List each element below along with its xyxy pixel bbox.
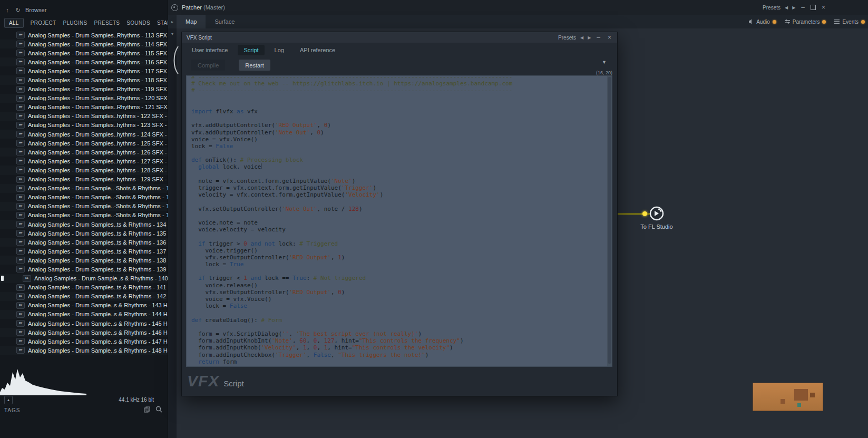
chevron-right-icon[interactable]: ▸ (168, 20, 177, 24)
vfx-minimize-button[interactable]: – (595, 34, 602, 41)
code-scrollbar[interactable] (607, 76, 612, 366)
refresh-icon[interactable]: ↻ (15, 7, 21, 14)
scrollbar-thumb[interactable] (608, 77, 611, 364)
browser-list-item[interactable]: ▶▶Analog Samples - Drum Samples..ts & Rh… (0, 292, 168, 301)
tab-map[interactable]: Map (177, 15, 206, 28)
browser-list-item[interactable]: ▶▶Analog Samples - Drum Sample..s & Rhyt… (0, 319, 168, 328)
preset-prev-icon[interactable]: ◀ (785, 5, 788, 10)
presets-label: Presets (763, 5, 781, 11)
sample-clip-icon: ▶▶ (23, 275, 31, 282)
browser-list-item[interactable]: ▶▶Analog Samples - Drum Samples..ts & Rh… (0, 220, 168, 229)
browser-list-item[interactable]: ▶▶Analog Samples - Drum Sample..s & Rhyt… (0, 337, 168, 346)
patcher-titlebar[interactable]: Patcher (Master) Presets ◀ ▶ – × (168, 0, 868, 15)
browser-list-item[interactable]: ▶▶Analog Samples - Drum Samples..Rhythms… (0, 40, 168, 48)
close-button[interactable]: × (820, 4, 827, 11)
browser-list-item[interactable]: ▶▶Analog Samples - Drum Sample..s & Rhyt… (0, 328, 168, 337)
browser-list-item[interactable]: ▶▶Analog Samples - Drum Samples..ts & Rh… (0, 265, 168, 274)
browser-tab-presets[interactable]: PRESETS (94, 20, 120, 26)
wire-connector-dot[interactable] (642, 211, 647, 216)
sample-clip-icon: ▶▶ (16, 221, 25, 228)
to-fl-studio-node[interactable] (649, 206, 665, 221)
browser-list-item[interactable]: ▶▶Analog Samples - Drum Samples..ts & Rh… (0, 256, 168, 265)
code-line (191, 324, 612, 330)
browser-list-item[interactable]: ▶▶Analog Samples - Drum Samples..Rhythms… (0, 94, 168, 103)
browser-list-item[interactable]: ▶▶Analog Samples - Drum Samples..hythms … (0, 175, 168, 184)
plugin-thumbnail[interactable] (753, 383, 823, 411)
browser-list-item[interactable]: ▶▶Analog Samples - Drum Samples..hythms … (0, 139, 168, 148)
autoplay-icon[interactable]: ▴ (4, 396, 13, 404)
patcher-left-rail: ▾ (168, 28, 177, 438)
browser-list-item[interactable]: ▶▶Analog Samples - Drum Sample..-Shots &… (0, 184, 168, 193)
vfx-preset-next-icon[interactable]: ▶ (588, 35, 591, 40)
browser-list-item[interactable]: ▶▶Analog Samples - Drum Samples..hythms … (0, 166, 168, 174)
patcher-canvas[interactable]: ▾ To FL Studio VFX Script Presets ◀ ▶ – … (168, 28, 868, 438)
code-line: def createDialog(): # Form (191, 317, 612, 324)
vfx-close-button[interactable]: × (606, 34, 613, 41)
code-line: return form (191, 358, 612, 365)
browser-list-item[interactable]: ▶▶Analog Samples - Drum Samples..hythms … (0, 121, 168, 130)
browser-item-label: Analog Samples - Drum Samples..ts & Rhyt… (28, 293, 168, 299)
code-line (191, 101, 612, 108)
vfx-preset-prev-icon[interactable]: ◀ (580, 35, 583, 40)
tab-surface[interactable]: Surface (206, 15, 243, 28)
browser-tab-project[interactable]: PROJECT (31, 20, 56, 26)
minimize-button[interactable]: – (799, 4, 806, 11)
events-toggle[interactable]: Events (834, 19, 865, 25)
browser-list-item[interactable]: ▶▶Analog Samples - Drum Samples..ts & Rh… (0, 247, 168, 256)
tags-label: TAGS (4, 407, 20, 413)
browser-list-item[interactable]: ▶▶Analog Samples - Drum Samples..Rhythms… (0, 66, 168, 75)
browser-list-item[interactable]: ▶▶Analog Samples - Drum Sample..s & Rhyt… (0, 274, 168, 283)
browser-list-item[interactable]: ▶▶Analog Samples - Drum Sample..s & Rhyt… (0, 301, 168, 310)
browser-list-item[interactable]: ▶▶Analog Samples - Drum Sample..s & Rhyt… (0, 346, 168, 355)
browser-list-item[interactable]: ▶▶Analog Samples - Drum Samples..ts & Rh… (0, 283, 168, 292)
browser-list-item[interactable]: ▶▶Analog Samples - Drum Samples..ts & Rh… (0, 238, 168, 247)
pages-icon[interactable] (144, 406, 150, 413)
vfx-titlebar[interactable]: VFX Script Presets ◀ ▶ – × (182, 32, 617, 43)
code-line: voice = vfx.Voice() (191, 136, 612, 143)
browser-list-item[interactable]: ▶▶Analog Samples - Drum Samples..hythms … (0, 157, 168, 166)
tab-log[interactable]: Log (269, 45, 290, 55)
patcher-area: Patcher (Master) Presets ◀ ▶ – × ▸ Map S… (168, 0, 868, 438)
search-icon[interactable] (155, 406, 162, 413)
browser-tab-plugins[interactable]: PLUGINS (63, 20, 87, 26)
maximize-button[interactable] (811, 5, 816, 10)
browser-list-item[interactable]: ▶▶Analog Samples - Drum Samples..ts & Rh… (0, 229, 168, 238)
browser-list-item[interactable]: ▶▶Analog Samples - Drum Sample..-Shots &… (0, 202, 168, 211)
code-line (191, 171, 612, 178)
tab-script[interactable]: Script (238, 45, 264, 55)
chevron-down-icon[interactable]: ▼ (599, 59, 610, 66)
sample-clip-icon: ▶▶ (16, 203, 25, 210)
browser-list-item[interactable]: ▶▶Analog Samples - Drum Sample..-Shots &… (0, 193, 168, 202)
code-line (191, 115, 612, 122)
restart-button[interactable]: Restart (239, 60, 270, 71)
compile-button[interactable]: Compile (191, 60, 225, 71)
audio-toggle[interactable]: Audio (748, 19, 776, 25)
browser-list-item[interactable]: ▶▶Analog Samples - Drum Sample..s & Rhyt… (0, 310, 168, 319)
browser-item-label: Analog Samples - Drum Samples..Rhythms -… (28, 41, 168, 47)
sample-clip-icon: ▶▶ (16, 41, 25, 47)
browser-list-item[interactable]: ▶▶Analog Samples - Drum Samples..Rhythms… (0, 31, 168, 40)
browser-list-item[interactable]: ▶▶Analog Samples - Drum Samples..hythms … (0, 148, 168, 157)
browser-list-item[interactable]: ▶▶Analog Samples - Drum Samples..Rhythms… (0, 48, 168, 57)
browser-list-item[interactable]: ▶▶Analog Samples - Drum Samples..Rhythms… (0, 57, 168, 66)
browser-tab-sounds[interactable]: SOUNDS (126, 20, 150, 26)
browser-list-item[interactable]: ▶▶Analog Samples - Drum Samples..hythms … (0, 112, 168, 121)
browser-list-item[interactable]: ▶▶Analog Samples - Drum Samples..hythms … (0, 130, 168, 139)
browser-list-item[interactable]: ▶▶Analog Samples - Drum Samples..Rhythms… (0, 75, 168, 84)
parameters-toggle[interactable]: Parameters (785, 19, 826, 25)
patcher-plugin-icon[interactable] (171, 4, 178, 11)
chevron-down-icon[interactable]: ▾ (168, 32, 177, 36)
code-line: voice.velocity = velocity (191, 226, 612, 233)
browser-list-item[interactable]: ▶▶Analog Samples - Drum Samples..Rhythms… (0, 85, 168, 94)
browser-list-item[interactable]: ▶▶Analog Samples - Drum Sample..-Shots &… (0, 211, 168, 220)
tab-user-interface[interactable]: User interface (186, 45, 233, 55)
tab-api-reference[interactable]: API reference (294, 45, 341, 55)
browser-list-item[interactable]: ▶▶Analog Samples - Drum Samples..Rhythms… (0, 103, 168, 112)
browser-item-label: Analog Samples - Drum Samples..Rhythms -… (28, 86, 168, 92)
up-arrow-icon[interactable]: ↑ (4, 7, 11, 13)
code-editor[interactable]: # --------------------------------------… (186, 75, 612, 367)
preset-next-icon[interactable]: ▶ (792, 5, 795, 10)
browser-tab-all[interactable]: ALL (4, 18, 24, 28)
sample-clip-icon: ▶▶ (16, 86, 25, 93)
sample-clip-icon: ▶▶ (16, 149, 25, 155)
